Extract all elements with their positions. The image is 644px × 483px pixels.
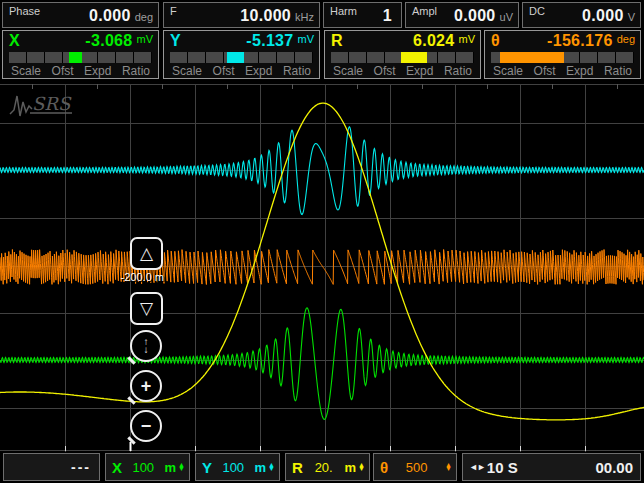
zoom-out-button[interactable]: − xyxy=(130,410,162,442)
y-scale-button[interactable]: Scale xyxy=(172,64,202,78)
y-scale-spinner-icon[interactable]: ▲▼ xyxy=(268,463,275,471)
frequency-unit: kHz xyxy=(295,11,314,23)
frequency-setting-box[interactable]: F 10.000kHz xyxy=(163,2,320,28)
y-scale-status-box[interactable]: Y 100 m ▲▼ xyxy=(195,453,280,481)
y-scale-value: 100 xyxy=(212,460,254,475)
vertical-scale-step-label: -200.0 m xyxy=(100,271,164,283)
channel-r-box[interactable]: R 6.024mV Scale Ofst Expd Ratio xyxy=(324,30,481,79)
x-scale-letter: X xyxy=(112,459,122,476)
up-triangle-icon: △ xyxy=(140,245,153,262)
channel-r-meter xyxy=(331,52,474,63)
dc-label: DC xyxy=(529,5,545,17)
amplitude-unit: uV xyxy=(500,11,513,23)
scale-up-button[interactable]: △ xyxy=(130,237,163,270)
x-scale-spinner-icon[interactable]: ▲▼ xyxy=(178,463,185,471)
arrow-down-icon: ↓ xyxy=(144,346,149,355)
channel-x-unit: mV xyxy=(137,33,154,45)
harmonic-setting-box[interactable]: Harm 1 xyxy=(323,2,402,28)
r-ofst-button[interactable]: Ofst xyxy=(374,64,396,78)
channel-y-unit: mV xyxy=(298,33,315,45)
r-scale-button[interactable]: Scale xyxy=(333,64,363,78)
harmonic-value: 1 xyxy=(383,7,392,25)
srs-logo-icon: SRS xyxy=(8,88,80,120)
y-scale-letter: Y xyxy=(202,459,212,476)
x-expd-button[interactable]: Expd xyxy=(84,64,111,78)
channel-theta-box[interactable]: θ -156.176deg Scale Ofst Expd Ratio xyxy=(484,30,641,79)
r-scale-unit: m xyxy=(345,460,357,475)
theta-expd-button[interactable]: Expd xyxy=(566,64,593,78)
channel-theta-unit: deg xyxy=(617,33,635,45)
x-scale-status-box[interactable]: X 100 m ▲▼ xyxy=(105,453,190,481)
channel-x-value: -3.068 xyxy=(85,32,132,50)
chart-area[interactable] xyxy=(0,84,644,452)
x-ofst-button[interactable]: Ofst xyxy=(52,64,74,78)
channel-r-unit: mV xyxy=(459,33,476,45)
vertical-autoscale-button[interactable]: ↑ ↓ xyxy=(130,330,162,362)
x-scale-unit: m xyxy=(165,460,177,475)
channel-y-letter: Y xyxy=(170,32,181,50)
channel-y-meter xyxy=(170,52,313,63)
elapsed-time: 00.00 xyxy=(518,459,640,476)
channel-r-value: 6.024 xyxy=(413,32,455,50)
harmonic-label: Harm xyxy=(330,5,357,17)
channel-y-meter-indicator xyxy=(227,52,244,63)
channel-y-box[interactable]: Y -5.137mV Scale Ofst Expd Ratio xyxy=(163,30,320,79)
left-right-arrows-icon: ◄► xyxy=(469,462,485,472)
y-ofst-button[interactable]: Ofst xyxy=(213,64,235,78)
phase-label: Phase xyxy=(9,5,40,17)
y-scale-unit: m xyxy=(255,460,267,475)
channel-y-value: -5.137 xyxy=(246,32,293,50)
x-scale-button[interactable]: Scale xyxy=(11,64,41,78)
channel-x-letter: X xyxy=(9,32,20,50)
phase-unit: deg xyxy=(135,11,153,23)
frequency-label: F xyxy=(170,5,177,17)
channel-x-meter-indicator xyxy=(69,52,82,63)
channel-theta-meter-indicator xyxy=(500,52,564,63)
phase-value: 0.000 xyxy=(89,7,131,25)
cursor-readout: --- xyxy=(71,459,99,475)
theta-scale-spinner-icon[interactable]: ▲▼ xyxy=(445,463,452,471)
timebase-value: 10 S xyxy=(487,459,518,476)
down-triangle-icon: ▽ xyxy=(140,300,153,317)
channel-r-meter-indicator xyxy=(401,52,427,63)
r-expd-button[interactable]: Expd xyxy=(406,64,433,78)
r-ratio-button[interactable]: Ratio xyxy=(444,64,472,78)
phase-setting-box[interactable]: Phase 0.000deg xyxy=(2,2,159,28)
amplitude-setting-box[interactable]: Ampl 0.000uV xyxy=(405,2,519,28)
r-scale-spinner-icon[interactable]: ▲▼ xyxy=(358,463,365,471)
channel-x-box[interactable]: X -3.068mV Scale Ofst Expd Ratio xyxy=(2,30,159,79)
y-expd-button[interactable]: Expd xyxy=(245,64,272,78)
y-ratio-button[interactable]: Ratio xyxy=(283,64,311,78)
amplitude-label: Ampl xyxy=(412,5,437,17)
channel-theta-value: -156.176 xyxy=(547,32,613,50)
theta-scale-status-box[interactable]: θ 500 ▲▼ xyxy=(373,453,457,481)
dc-value: 0.000 xyxy=(582,7,624,25)
channel-theta-letter: θ xyxy=(491,32,500,50)
svg-text:SRS: SRS xyxy=(32,93,72,114)
theta-ofst-button[interactable]: Ofst xyxy=(534,64,556,78)
theta-scale-button[interactable]: Scale xyxy=(493,64,523,78)
theta-scale-value: 500 xyxy=(388,460,445,475)
frequency-value: 10.000 xyxy=(240,7,291,25)
channel-r-letter: R xyxy=(331,32,343,50)
channel-theta-meter xyxy=(491,52,634,63)
dc-unit: V xyxy=(628,11,635,23)
plus-magnifier-icon: + xyxy=(141,377,152,395)
r-scale-status-box[interactable]: R 20. m ▲▼ xyxy=(285,453,370,481)
r-scale-value: 20. xyxy=(303,460,345,475)
theta-scale-letter: θ xyxy=(380,459,388,476)
timebase-status-box[interactable]: ◄► 10 S 00.00 xyxy=(462,453,641,481)
cursor-readout-box[interactable]: --- xyxy=(3,453,100,481)
channel-x-meter xyxy=(9,52,152,63)
amplitude-value: 0.000 xyxy=(454,7,496,25)
x-scale-value: 100 xyxy=(122,460,164,475)
x-ratio-button[interactable]: Ratio xyxy=(122,64,150,78)
zoom-in-button[interactable]: + xyxy=(130,370,162,402)
lockin-screen: Phase 0.000deg F 10.000kHz Harm 1 Ampl 0… xyxy=(0,0,644,483)
r-scale-letter: R xyxy=(292,459,303,476)
minus-magnifier-icon: − xyxy=(141,417,152,435)
scale-down-button[interactable]: ▽ xyxy=(130,292,163,325)
dc-offset-setting-box[interactable]: DC 0.000V xyxy=(522,2,641,28)
theta-ratio-button[interactable]: Ratio xyxy=(604,64,632,78)
